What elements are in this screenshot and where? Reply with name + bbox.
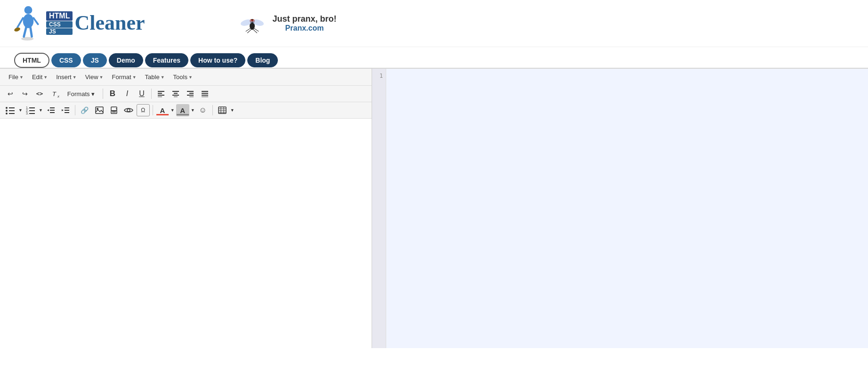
code-view-button[interactable]: <> (33, 88, 46, 100)
highlight-color-button[interactable]: A (176, 104, 189, 116)
special-char-button[interactable]: Ω (137, 104, 150, 116)
highlight-color-label: A (180, 107, 185, 114)
header: HTML CSS JS Cleaner (0, 0, 868, 47)
table-button[interactable] (216, 104, 229, 116)
menu-view[interactable]: View ▼ (81, 72, 107, 82)
tab-how-to-use[interactable]: How to use? (190, 53, 245, 67)
menu-tools-arrow: ▼ (188, 75, 193, 80)
font-color-arrow[interactable]: ▼ (170, 108, 175, 113)
tab-js[interactable]: JS (83, 53, 107, 67)
menu-edit-label: Edit (32, 73, 42, 81)
preview-button[interactable] (122, 104, 135, 116)
indent-button[interactable] (59, 104, 72, 116)
image-button[interactable] (93, 104, 106, 116)
preview-icon (124, 107, 133, 114)
unordered-list-button[interactable] (4, 104, 17, 116)
editor-panel: File ▼ Edit ▼ Insert ▼ View ▼ Format ▼ T… (0, 68, 372, 348)
toolbar-row1: ↩ ↪ <> Tx Formats ▾ B I U (0, 86, 372, 102)
print-icon (110, 106, 118, 114)
italic-button[interactable]: I (121, 88, 134, 100)
align-justify-button[interactable] (198, 88, 211, 100)
svg-point-34 (6, 107, 8, 109)
outdent-button[interactable] (44, 104, 57, 116)
highlight-color-arrow[interactable]: ▼ (191, 108, 195, 113)
svg-point-36 (6, 110, 8, 112)
editor-container: File ▼ Edit ▼ Insert ▼ View ▼ Format ▼ T… (0, 68, 868, 348)
svg-point-60 (116, 108, 117, 109)
menu-table-arrow: ▼ (161, 75, 165, 80)
table-icon (218, 106, 227, 114)
menu-table-label: Table (145, 73, 160, 81)
svg-line-4 (33, 18, 38, 24)
outdent-icon (47, 107, 55, 114)
menu-bar: File ▼ Edit ▼ Insert ▼ View ▼ Format ▼ T… (0, 69, 372, 86)
ordered-list-arrow[interactable]: ▼ (39, 108, 43, 113)
html-badge: HTML (46, 11, 73, 21)
clear-format-button[interactable]: Tx (48, 88, 61, 100)
svg-point-38 (6, 113, 8, 114)
align-center-button[interactable] (169, 88, 182, 100)
divider5 (212, 105, 213, 115)
nav-tabs: HTML CSS JS Demo Features How to use? Bl… (0, 47, 868, 68)
tab-blog[interactable]: Blog (247, 53, 278, 67)
unordered-list-arrow[interactable]: ▼ (18, 108, 23, 113)
emoji-button[interactable]: ☺ (196, 104, 210, 116)
formats-dropdown[interactable]: Formats ▾ (62, 88, 100, 100)
svg-text:3.: 3. (26, 112, 29, 114)
undo-button[interactable]: ↩ (4, 88, 17, 100)
redo-button[interactable]: ↪ (18, 88, 32, 100)
table-arrow[interactable]: ▼ (230, 108, 235, 113)
tab-css[interactable]: CSS (51, 53, 81, 67)
editor-content-area[interactable] (0, 119, 372, 348)
underline-button[interactable]: U (135, 88, 148, 100)
divider3 (75, 105, 75, 115)
pranx-text: Just pranx, bro! Pranx.com (273, 14, 337, 33)
brand-name: Cleaner (74, 13, 145, 33)
print-button[interactable] (107, 104, 121, 116)
svg-point-7 (21, 37, 33, 41)
svg-rect-59 (112, 112, 116, 113)
svg-line-5 (24, 28, 26, 37)
align-left-button[interactable] (154, 88, 168, 100)
svg-point-61 (127, 109, 130, 112)
tab-html[interactable]: HTML (14, 53, 49, 68)
menu-insert[interactable]: Insert ▼ (52, 72, 80, 82)
svg-point-1 (23, 14, 34, 28)
ordered-list-icon: 1.2.3. (25, 106, 36, 114)
menu-tools[interactable]: Tools ▼ (170, 72, 196, 82)
logo-text-block: HTML CSS JS Cleaner (46, 11, 145, 36)
font-color-button[interactable]: A (156, 104, 169, 116)
menu-edit-arrow: ▼ (43, 75, 48, 80)
pranx-link[interactable]: Pranx.com (285, 24, 324, 32)
tab-features[interactable]: Features (145, 53, 188, 67)
pranx-area: Just pranx, bro! Pranx.com (239, 10, 337, 36)
menu-table[interactable]: Table ▼ (141, 72, 169, 82)
bold-button[interactable]: B (106, 88, 119, 100)
svg-line-6 (31, 28, 32, 37)
logo-area: HTML CSS JS Cleaner (14, 6, 145, 41)
ordered-list-button[interactable]: 1.2.3. (24, 104, 37, 116)
image-icon (95, 106, 104, 114)
link-button[interactable]: 🔗 (78, 104, 91, 116)
font-color-indicator (156, 114, 169, 115)
font-color-label: A (160, 107, 165, 114)
code-content[interactable] (386, 69, 868, 348)
fly-icon (239, 10, 265, 36)
svg-rect-58 (112, 111, 116, 112)
menu-file-label: File (8, 73, 18, 81)
divider1 (103, 89, 103, 99)
svg-line-2 (17, 18, 23, 28)
menu-edit[interactable]: Edit ▼ (28, 72, 51, 82)
css-badge: CSS (46, 21, 73, 28)
line-number-1: 1 (375, 73, 383, 79)
code-panel: 1 (372, 68, 868, 348)
divider4 (153, 105, 153, 115)
align-right-button[interactable] (184, 88, 197, 100)
tab-demo[interactable]: Demo (109, 53, 143, 67)
js-badge: JS (46, 28, 73, 35)
align-justify-icon (201, 90, 209, 97)
menu-view-label: View (85, 73, 98, 81)
menu-format[interactable]: Format ▼ (108, 72, 140, 82)
menu-file[interactable]: File ▼ (5, 72, 27, 82)
align-right-icon (187, 90, 194, 97)
